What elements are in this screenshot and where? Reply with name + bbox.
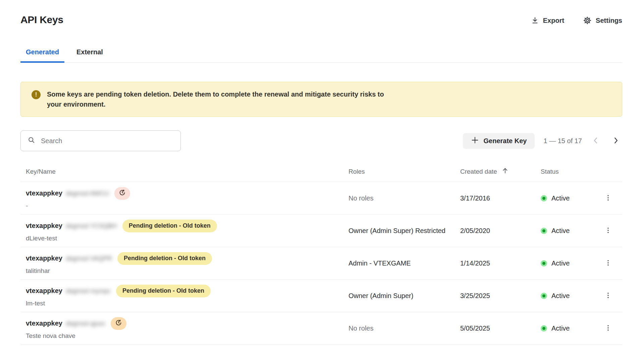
roles-cell: No roles — [348, 194, 460, 202]
row-menu-button[interactable] — [602, 289, 614, 303]
chevron-right-icon — [611, 136, 620, 146]
key-name: dLieve-test — [26, 235, 348, 242]
generate-key-button[interactable]: Generate Key — [463, 133, 535, 149]
created-date-cell: 3/25/2025 — [460, 292, 541, 300]
roles-cell: Admin - VTEXGAME — [348, 260, 460, 267]
tab-bar: Generated External — [20, 48, 622, 63]
key-prefix: vtexappkey — [26, 189, 62, 197]
key-prefix: vtexappkey — [26, 287, 62, 295]
status-label: Active — [551, 260, 570, 267]
row-menu-button[interactable] — [602, 224, 614, 238]
column-header-key-name: Key/Name — [20, 168, 348, 175]
status-cell: Active — [541, 260, 594, 267]
key-cell: vtexappkey degmsd qjuoc Teste nova chave — [20, 317, 348, 340]
column-header-created-date: Created date — [460, 167, 541, 176]
status-cell: Active — [541, 194, 594, 202]
top-actions: Export Settings — [531, 16, 622, 25]
roles-cell: Owner (Admin Super) Restricted — [348, 227, 460, 235]
kebab-icon — [604, 292, 612, 300]
created-date-cell: 3/17/2016 — [460, 194, 541, 202]
prev-page-button[interactable] — [589, 134, 602, 148]
sort-ascending-arrow-icon — [501, 167, 509, 176]
status-cell: Active — [541, 325, 594, 332]
status-label: Active — [551, 325, 570, 332]
redacted-key: degmsd VAQPR — [66, 255, 112, 262]
status-cell: Active — [541, 227, 594, 235]
table-row: vtexappkey degmsd AWCU - No rol — [20, 182, 622, 215]
key-name: Teste nova chave — [26, 332, 348, 340]
tab-external[interactable]: External — [71, 48, 108, 63]
active-status-dot — [541, 228, 547, 234]
active-status-dot — [541, 325, 547, 332]
warning-icon: ! — [32, 90, 41, 99]
generate-key-label: Generate Key — [484, 137, 527, 145]
key-cell: vtexappkey degmsd mympc Pending deletion… — [20, 285, 348, 307]
pending-deletion-badge: Pending deletion - Old token — [116, 285, 211, 297]
settings-label: Settings — [596, 17, 622, 24]
history-icon — [115, 319, 122, 328]
kebab-icon — [604, 194, 612, 203]
table-row: vtexappkey degmsd qjuoc Teste nova chave — [20, 312, 622, 345]
status-label: Active — [551, 292, 570, 300]
active-status-dot — [541, 293, 547, 299]
roles-cell: No roles — [348, 325, 460, 332]
search-input[interactable] — [41, 137, 174, 145]
kebab-icon — [604, 259, 612, 268]
created-date-header-label: Created date — [460, 168, 497, 175]
api-keys-page: API Keys Export Settings — [0, 0, 644, 345]
row-menu-button[interactable] — [602, 322, 614, 335]
redacted-key: degmsd qjuoc — [66, 320, 105, 327]
key-cell: vtexappkey degmsd AWCU - — [20, 187, 348, 210]
pending-token-badge — [114, 187, 130, 200]
row-menu-button[interactable] — [602, 191, 614, 205]
export-button[interactable]: Export — [531, 16, 564, 24]
redacted-key: degmsd mympc — [66, 287, 111, 295]
created-date-cell: 5/05/2025 — [460, 325, 541, 332]
plus-icon — [471, 136, 479, 146]
next-page-button[interactable] — [609, 134, 622, 148]
column-header-status: Status — [541, 168, 594, 175]
pending-deletion-badge: Pending deletion - Old token — [117, 252, 212, 265]
table-row: vtexappkey degmsd VAQPR Pending deletion… — [20, 247, 622, 280]
key-name: lm-test — [26, 300, 348, 307]
key-prefix: vtexappkey — [26, 254, 62, 262]
key-prefix: vtexappkey — [26, 222, 62, 230]
api-keys-table: Key/Name Roles Created date Status — [20, 163, 622, 345]
pending-token-badge — [111, 317, 126, 330]
top-bar: API Keys Export Settings — [20, 13, 622, 27]
redacted-key: degmsd YCSQBH — [66, 222, 117, 230]
history-icon — [119, 189, 126, 197]
status-label: Active — [551, 227, 570, 235]
active-status-dot — [541, 195, 547, 201]
created-date-cell: 2/05/2020 — [460, 227, 541, 235]
chevron-left-icon — [591, 136, 600, 146]
warning-text: Some keys are pending token deletion. De… — [47, 89, 387, 109]
pending-deletion-badge: Pending deletion - Old token — [122, 220, 217, 232]
table-header: Key/Name Roles Created date Status — [20, 163, 622, 182]
search-icon — [28, 136, 36, 146]
export-label: Export — [543, 17, 564, 24]
key-name: talitinhar — [26, 267, 348, 275]
gear-icon — [583, 16, 592, 25]
key-prefix: vtexappkey — [26, 320, 62, 327]
row-menu-button[interactable] — [602, 256, 614, 270]
table-row: vtexappkey degmsd mympc Pending deletion… — [20, 280, 622, 312]
column-header-roles: Roles — [348, 168, 460, 175]
redacted-key: degmsd AWCU — [66, 190, 109, 197]
pagination-label: 1 — 15 of 17 — [543, 137, 582, 145]
active-status-dot — [541, 260, 547, 267]
settings-button[interactable]: Settings — [583, 16, 622, 25]
search-box[interactable] — [20, 130, 181, 151]
status-label: Active — [551, 194, 570, 202]
status-cell: Active — [541, 292, 594, 300]
table-row: vtexappkey degmsd YCSQBH Pending deletio… — [20, 215, 622, 247]
tab-generated[interactable]: Generated — [20, 48, 64, 63]
key-cell: vtexappkey degmsd VAQPR Pending deletion… — [20, 252, 348, 275]
toolbar: Generate Key 1 — 15 of 17 — [20, 130, 622, 151]
page-title: API Keys — [20, 13, 63, 27]
kebab-icon — [604, 324, 612, 333]
kebab-icon — [604, 227, 612, 235]
created-date-sort-button[interactable]: Created date — [460, 167, 509, 176]
key-cell: vtexappkey degmsd YCSQBH Pending deletio… — [20, 220, 348, 242]
created-date-cell: 1/14/2025 — [460, 260, 541, 267]
